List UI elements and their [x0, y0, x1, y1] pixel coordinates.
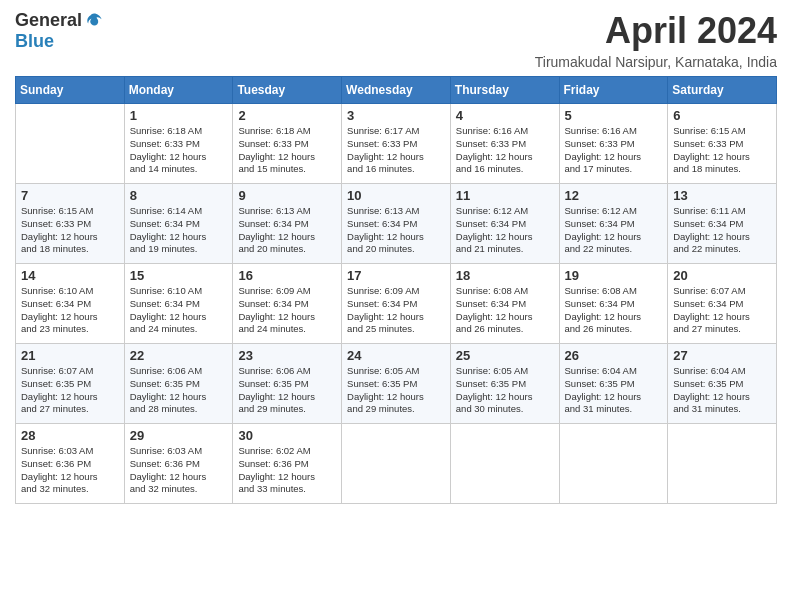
- calendar-cell: [16, 104, 125, 184]
- day-number: 2: [238, 108, 336, 123]
- day-number: 3: [347, 108, 445, 123]
- day-info: Sunrise: 6:06 AMSunset: 6:35 PMDaylight:…: [130, 365, 228, 416]
- day-info: Sunrise: 6:16 AMSunset: 6:33 PMDaylight:…: [456, 125, 554, 176]
- day-number: 16: [238, 268, 336, 283]
- calendar-cell: [342, 424, 451, 504]
- day-info: Sunrise: 6:07 AMSunset: 6:34 PMDaylight:…: [673, 285, 771, 336]
- day-info: Sunrise: 6:14 AMSunset: 6:34 PMDaylight:…: [130, 205, 228, 256]
- day-number: 28: [21, 428, 119, 443]
- day-number: 26: [565, 348, 663, 363]
- day-number: 17: [347, 268, 445, 283]
- day-info: Sunrise: 6:09 AMSunset: 6:34 PMDaylight:…: [238, 285, 336, 336]
- calendar-cell: 14Sunrise: 6:10 AMSunset: 6:34 PMDayligh…: [16, 264, 125, 344]
- day-number: 14: [21, 268, 119, 283]
- calendar-cell: 10Sunrise: 6:13 AMSunset: 6:34 PMDayligh…: [342, 184, 451, 264]
- day-number: 4: [456, 108, 554, 123]
- day-info: Sunrise: 6:07 AMSunset: 6:35 PMDaylight:…: [21, 365, 119, 416]
- column-header-monday: Monday: [124, 77, 233, 104]
- column-header-tuesday: Tuesday: [233, 77, 342, 104]
- calendar-cell: 2Sunrise: 6:18 AMSunset: 6:33 PMDaylight…: [233, 104, 342, 184]
- day-info: Sunrise: 6:17 AMSunset: 6:33 PMDaylight:…: [347, 125, 445, 176]
- calendar-cell: 3Sunrise: 6:17 AMSunset: 6:33 PMDaylight…: [342, 104, 451, 184]
- day-info: Sunrise: 6:06 AMSunset: 6:35 PMDaylight:…: [238, 365, 336, 416]
- calendar-week-row: 14Sunrise: 6:10 AMSunset: 6:34 PMDayligh…: [16, 264, 777, 344]
- day-number: 23: [238, 348, 336, 363]
- calendar-cell: 24Sunrise: 6:05 AMSunset: 6:35 PMDayligh…: [342, 344, 451, 424]
- day-number: 21: [21, 348, 119, 363]
- day-number: 30: [238, 428, 336, 443]
- day-info: Sunrise: 6:11 AMSunset: 6:34 PMDaylight:…: [673, 205, 771, 256]
- column-header-saturday: Saturday: [668, 77, 777, 104]
- column-header-wednesday: Wednesday: [342, 77, 451, 104]
- calendar-week-row: 21Sunrise: 6:07 AMSunset: 6:35 PMDayligh…: [16, 344, 777, 424]
- day-number: 24: [347, 348, 445, 363]
- month-title: April 2024: [535, 10, 777, 52]
- day-number: 11: [456, 188, 554, 203]
- day-info: Sunrise: 6:18 AMSunset: 6:33 PMDaylight:…: [130, 125, 228, 176]
- calendar-cell: 23Sunrise: 6:06 AMSunset: 6:35 PMDayligh…: [233, 344, 342, 424]
- calendar-week-row: 28Sunrise: 6:03 AMSunset: 6:36 PMDayligh…: [16, 424, 777, 504]
- calendar-cell: 22Sunrise: 6:06 AMSunset: 6:35 PMDayligh…: [124, 344, 233, 424]
- day-info: Sunrise: 6:05 AMSunset: 6:35 PMDaylight:…: [347, 365, 445, 416]
- day-info: Sunrise: 6:18 AMSunset: 6:33 PMDaylight:…: [238, 125, 336, 176]
- calendar-cell: [450, 424, 559, 504]
- day-info: Sunrise: 6:03 AMSunset: 6:36 PMDaylight:…: [130, 445, 228, 496]
- day-info: Sunrise: 6:03 AMSunset: 6:36 PMDaylight:…: [21, 445, 119, 496]
- day-info: Sunrise: 6:13 AMSunset: 6:34 PMDaylight:…: [347, 205, 445, 256]
- calendar-cell: 5Sunrise: 6:16 AMSunset: 6:33 PMDaylight…: [559, 104, 668, 184]
- calendar-cell: 18Sunrise: 6:08 AMSunset: 6:34 PMDayligh…: [450, 264, 559, 344]
- day-info: Sunrise: 6:15 AMSunset: 6:33 PMDaylight:…: [21, 205, 119, 256]
- logo: General Blue: [15, 10, 104, 52]
- calendar-cell: 19Sunrise: 6:08 AMSunset: 6:34 PMDayligh…: [559, 264, 668, 344]
- day-number: 22: [130, 348, 228, 363]
- day-number: 20: [673, 268, 771, 283]
- calendar-cell: 8Sunrise: 6:14 AMSunset: 6:34 PMDaylight…: [124, 184, 233, 264]
- day-info: Sunrise: 6:12 AMSunset: 6:34 PMDaylight:…: [456, 205, 554, 256]
- day-info: Sunrise: 6:12 AMSunset: 6:34 PMDaylight:…: [565, 205, 663, 256]
- day-info: Sunrise: 6:08 AMSunset: 6:34 PMDaylight:…: [456, 285, 554, 336]
- calendar-cell: 26Sunrise: 6:04 AMSunset: 6:35 PMDayligh…: [559, 344, 668, 424]
- day-number: 19: [565, 268, 663, 283]
- calendar-week-row: 7Sunrise: 6:15 AMSunset: 6:33 PMDaylight…: [16, 184, 777, 264]
- logo-blue-text: Blue: [15, 31, 54, 51]
- calendar-cell: 7Sunrise: 6:15 AMSunset: 6:33 PMDaylight…: [16, 184, 125, 264]
- calendar-week-row: 1Sunrise: 6:18 AMSunset: 6:33 PMDaylight…: [16, 104, 777, 184]
- day-info: Sunrise: 6:04 AMSunset: 6:35 PMDaylight:…: [565, 365, 663, 416]
- calendar-cell: 11Sunrise: 6:12 AMSunset: 6:34 PMDayligh…: [450, 184, 559, 264]
- day-number: 13: [673, 188, 771, 203]
- calendar-cell: [559, 424, 668, 504]
- page-header: General Blue April 2024 Tirumakudal Nars…: [15, 10, 777, 70]
- day-info: Sunrise: 6:15 AMSunset: 6:33 PMDaylight:…: [673, 125, 771, 176]
- calendar-cell: 1Sunrise: 6:18 AMSunset: 6:33 PMDaylight…: [124, 104, 233, 184]
- calendar-cell: 17Sunrise: 6:09 AMSunset: 6:34 PMDayligh…: [342, 264, 451, 344]
- day-info: Sunrise: 6:08 AMSunset: 6:34 PMDaylight:…: [565, 285, 663, 336]
- day-number: 12: [565, 188, 663, 203]
- calendar-cell: 20Sunrise: 6:07 AMSunset: 6:34 PMDayligh…: [668, 264, 777, 344]
- day-number: 8: [130, 188, 228, 203]
- day-info: Sunrise: 6:10 AMSunset: 6:34 PMDaylight:…: [21, 285, 119, 336]
- calendar-cell: 12Sunrise: 6:12 AMSunset: 6:34 PMDayligh…: [559, 184, 668, 264]
- calendar-cell: 9Sunrise: 6:13 AMSunset: 6:34 PMDaylight…: [233, 184, 342, 264]
- day-number: 27: [673, 348, 771, 363]
- day-info: Sunrise: 6:10 AMSunset: 6:34 PMDaylight:…: [130, 285, 228, 336]
- calendar-cell: 27Sunrise: 6:04 AMSunset: 6:35 PMDayligh…: [668, 344, 777, 424]
- day-number: 6: [673, 108, 771, 123]
- column-header-friday: Friday: [559, 77, 668, 104]
- day-info: Sunrise: 6:13 AMSunset: 6:34 PMDaylight:…: [238, 205, 336, 256]
- column-header-sunday: Sunday: [16, 77, 125, 104]
- day-number: 1: [130, 108, 228, 123]
- title-block: April 2024 Tirumakudal Narsipur, Karnata…: [535, 10, 777, 70]
- logo-general-text: General: [15, 10, 82, 31]
- calendar-cell: 25Sunrise: 6:05 AMSunset: 6:35 PMDayligh…: [450, 344, 559, 424]
- calendar-cell: 30Sunrise: 6:02 AMSunset: 6:36 PMDayligh…: [233, 424, 342, 504]
- day-info: Sunrise: 6:02 AMSunset: 6:36 PMDaylight:…: [238, 445, 336, 496]
- day-number: 7: [21, 188, 119, 203]
- calendar-cell: 4Sunrise: 6:16 AMSunset: 6:33 PMDaylight…: [450, 104, 559, 184]
- day-number: 18: [456, 268, 554, 283]
- calendar-cell: 13Sunrise: 6:11 AMSunset: 6:34 PMDayligh…: [668, 184, 777, 264]
- calendar-cell: [668, 424, 777, 504]
- day-number: 10: [347, 188, 445, 203]
- day-info: Sunrise: 6:16 AMSunset: 6:33 PMDaylight:…: [565, 125, 663, 176]
- calendar-cell: 28Sunrise: 6:03 AMSunset: 6:36 PMDayligh…: [16, 424, 125, 504]
- calendar-table: SundayMondayTuesdayWednesdayThursdayFrid…: [15, 76, 777, 504]
